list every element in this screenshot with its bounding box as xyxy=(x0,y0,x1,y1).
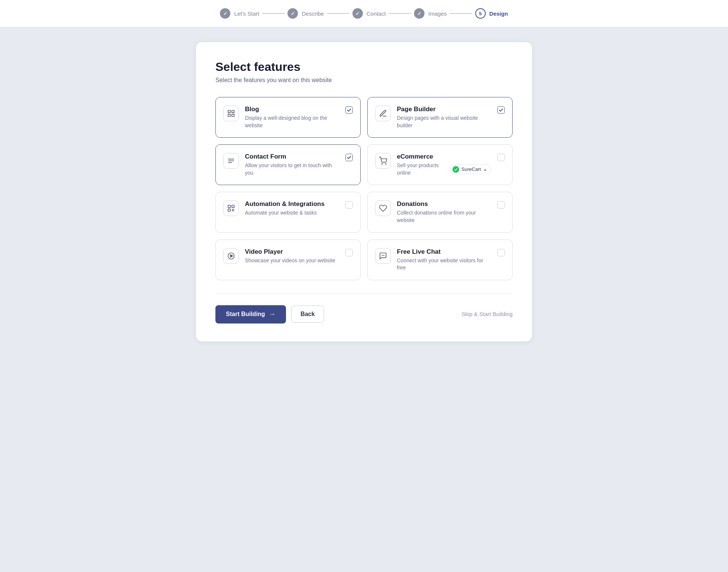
contact-form-checkbox[interactable] xyxy=(345,154,353,161)
play-icon xyxy=(227,252,235,260)
svg-marker-15 xyxy=(230,254,233,257)
blog-text: Blog Display a well-designed blog on the… xyxy=(245,106,339,129)
donations-text: Donations Collect donations online from … xyxy=(397,200,491,224)
divider xyxy=(215,294,513,294)
video-player-text: Video Player Showcase your videos on you… xyxy=(245,248,339,265)
svg-rect-2 xyxy=(228,114,230,116)
live-chat-checkbox[interactable] xyxy=(497,249,505,256)
back-label: Back xyxy=(301,311,315,317)
feature-card-donations[interactable]: Donations Collect donations online from … xyxy=(367,192,513,232)
step-label-design: Design xyxy=(489,10,508,17)
back-button[interactable]: Back xyxy=(291,306,324,323)
step-circle-lets-start: ✓ xyxy=(220,8,230,19)
ecommerce-icon-wrap xyxy=(375,153,391,169)
contact-form-icon-wrap xyxy=(223,153,239,169)
contact-form-check-icon xyxy=(347,155,351,160)
footer-left-actions: Start Building → Back xyxy=(215,305,324,323)
donations-desc: Collect donations online from your websi… xyxy=(397,209,491,224)
grid-icon xyxy=(227,109,235,118)
ecommerce-checkbox[interactable] xyxy=(497,154,505,161)
surecart-badge[interactable]: SureCart ▲ xyxy=(450,165,491,174)
page-subtitle: Select the features you want on this web… xyxy=(215,77,513,84)
live-chat-icon-wrap xyxy=(375,248,391,264)
blog-icon-wrap xyxy=(223,106,239,121)
ecommerce-desc: Sell your products online xyxy=(397,162,447,176)
contact-form-text: Contact Form Allow your visitors to get … xyxy=(245,153,339,176)
chat-icon xyxy=(379,252,387,260)
video-player-desc: Showcase your videos on your website xyxy=(245,257,339,265)
page-title: Select features xyxy=(215,60,513,74)
live-chat-name: Free Live Chat xyxy=(397,248,491,256)
step-label-images: Images xyxy=(428,10,447,17)
step-contact: ✓ Contact xyxy=(352,8,386,19)
step-lets-start: ✓ Let's Start xyxy=(220,8,259,19)
live-chat-desc: Connect with your website visitors for f… xyxy=(397,257,491,272)
svg-rect-0 xyxy=(228,110,230,113)
skip-button[interactable]: Skip & Start Building xyxy=(461,311,513,317)
page-builder-text: Page Builder Design pages with a visual … xyxy=(397,106,491,129)
ecommerce-name: eCommerce xyxy=(397,153,491,160)
start-building-label: Start Building xyxy=(226,311,265,318)
contact-form-name: Contact Form xyxy=(245,153,339,160)
feature-card-page-builder[interactable]: Page Builder Design pages with a visual … xyxy=(367,97,513,138)
surecart-label: SureCart xyxy=(461,166,481,172)
blog-name: Blog xyxy=(245,106,339,113)
page-builder-icon-wrap xyxy=(375,106,391,121)
page-builder-check-icon xyxy=(499,108,503,112)
svg-rect-1 xyxy=(232,110,234,113)
footer-right-actions: Skip & Start Building xyxy=(461,311,513,318)
live-chat-text: Free Live Chat Connect with your website… xyxy=(397,248,491,272)
pen-icon xyxy=(379,109,387,118)
stepper: ✓ Let's Start ✓ Describe ✓ Contact ✓ Ima… xyxy=(0,0,728,27)
heart-icon xyxy=(379,204,387,212)
blog-desc: Display a well-designed blog on the webs… xyxy=(245,115,339,129)
arrow-right-icon: → xyxy=(269,310,276,318)
cart-icon xyxy=(379,157,387,165)
step-circle-describe: ✓ xyxy=(287,8,298,19)
grid-plus-icon xyxy=(227,204,235,212)
page-builder-name: Page Builder xyxy=(397,106,491,113)
step-connector-1 xyxy=(262,13,284,14)
feature-card-live-chat[interactable]: Free Live Chat Connect with your website… xyxy=(367,240,513,280)
surecart-dot xyxy=(452,166,459,173)
automation-text: Automation & Integrations Automate your … xyxy=(245,200,339,217)
feature-card-ecommerce[interactable]: eCommerce Sell your products online Sure… xyxy=(367,144,513,185)
step-connector-3 xyxy=(389,13,411,14)
step-images: ✓ Images xyxy=(414,8,447,19)
feature-card-video-player[interactable]: Video Player Showcase your videos on you… xyxy=(215,240,361,280)
step-circle-images: ✓ xyxy=(414,8,424,19)
feature-card-blog[interactable]: Blog Display a well-designed blog on the… xyxy=(215,97,361,138)
donations-icon-wrap xyxy=(375,200,391,216)
automation-desc: Automate your website & tasks xyxy=(245,209,339,217)
page-builder-checkbox[interactable] xyxy=(497,106,505,114)
start-building-button[interactable]: Start Building → xyxy=(215,305,286,323)
feature-grid: Blog Display a well-designed blog on the… xyxy=(215,97,513,280)
svg-rect-11 xyxy=(232,205,234,207)
page-builder-desc: Design pages with a visual website build… xyxy=(397,115,491,129)
video-player-name: Video Player xyxy=(245,248,339,256)
step-connector-2 xyxy=(327,13,349,14)
donations-name: Donations xyxy=(397,200,491,208)
step-describe: ✓ Describe xyxy=(287,8,324,19)
blog-check-icon xyxy=(347,108,351,112)
step-design[interactable]: 5 Design xyxy=(475,8,508,19)
step-label-describe: Describe xyxy=(302,10,324,17)
automation-icon-wrap xyxy=(223,200,239,216)
svg-rect-9 xyxy=(228,205,230,207)
svg-point-7 xyxy=(382,163,382,164)
blog-checkbox[interactable] xyxy=(345,106,353,114)
automation-checkbox[interactable] xyxy=(345,201,353,209)
contact-form-desc: Allow your visitors to get in touch with… xyxy=(245,162,339,176)
svg-rect-3 xyxy=(232,114,234,116)
feature-card-contact-form[interactable]: Contact Form Allow your visitors to get … xyxy=(215,144,361,185)
step-circle-design: 5 xyxy=(475,8,486,19)
donations-checkbox[interactable] xyxy=(497,201,505,209)
svg-point-8 xyxy=(385,163,386,164)
step-label-contact: Contact xyxy=(367,10,386,17)
feature-card-automation[interactable]: Automation & Integrations Automate your … xyxy=(215,192,361,232)
main-card: Select features Select the features you … xyxy=(196,42,532,341)
skip-label: Skip & Start Building xyxy=(461,311,513,317)
ecommerce-bottom-row: Sell your products online SureCart ▲ xyxy=(397,162,491,176)
video-player-checkbox[interactable] xyxy=(345,249,353,256)
surecart-chevron: ▲ xyxy=(483,167,487,172)
